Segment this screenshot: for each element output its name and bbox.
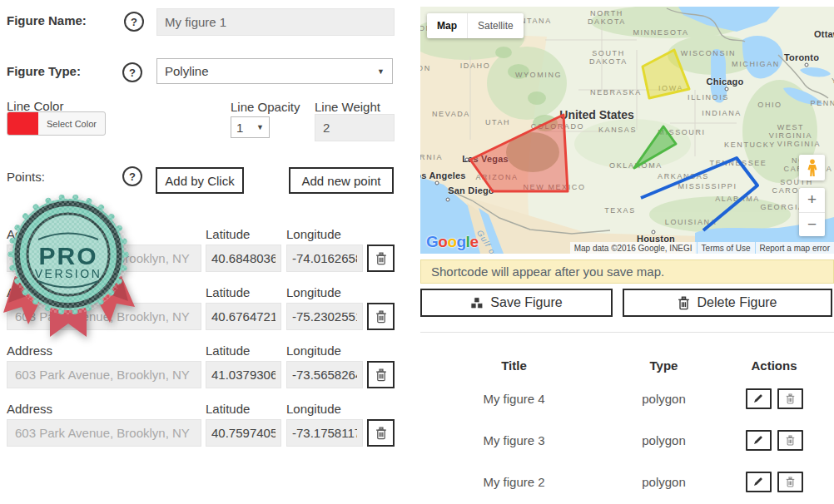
address-label: Address [7, 402, 52, 416]
zoom-control: + − [799, 188, 825, 236]
delete-figure-row-button[interactable] [777, 430, 803, 451]
trash-icon [786, 393, 795, 404]
terms-of-use-link[interactable]: Terms of Use [697, 242, 755, 254]
point-latitude-input[interactable] [206, 419, 281, 447]
google-map[interactable]: WASHINGTONOREGONMONTANANORTH DAKOTAMINNE… [420, 7, 834, 254]
point-longitude-input[interactable] [286, 303, 363, 330]
yellow-polygon[interactable] [643, 50, 689, 98]
delete-figure-button[interactable]: Delete Figure [623, 289, 832, 317]
chevron-down-icon: ▼ [256, 123, 264, 131]
pegman-control[interactable] [799, 155, 825, 180]
figure-type: polygon [642, 433, 686, 447]
edit-figure-button[interactable] [746, 472, 772, 492]
point-latitude-input[interactable] [206, 245, 281, 272]
pro-version-badge: PRO VERSION [2, 188, 143, 339]
header-actions: Actions [751, 358, 797, 373]
line-weight-label: Line Weight [315, 100, 380, 114]
trash-icon [786, 477, 795, 487]
shortcode-notice: Shortcode will appear after you save map… [420, 259, 834, 284]
edit-figure-button[interactable] [746, 430, 772, 451]
table-row: My figure 2 polygon [420, 461, 832, 502]
report-map-error-link[interactable]: Report a map error [756, 242, 834, 254]
longitude-label: Longitude [286, 343, 341, 358]
figure-type-help-icon[interactable]: ? [122, 62, 142, 82]
edit-figure-button[interactable] [746, 388, 772, 409]
save-cubes-icon [470, 297, 484, 309]
pencil-icon [753, 435, 763, 445]
map-attribution: Map data ©2016 Google, INEGI Terms of Us… [570, 242, 834, 254]
figures-table-header: Title Type Actions [420, 353, 832, 378]
blue-polyline[interactable] [641, 158, 757, 230]
badge-line2: VERSION [35, 267, 102, 280]
figure-title: My figure 2 [483, 475, 544, 489]
address-label: Address [7, 343, 52, 358]
point-latitude-input[interactable] [206, 361, 281, 388]
delete-point-button[interactable] [367, 419, 395, 447]
delete-figure-row-button[interactable] [777, 472, 803, 492]
add-new-point-button[interactable]: Add new point [289, 167, 394, 194]
zoom-out-button[interactable]: − [799, 213, 825, 237]
trash-icon [375, 368, 387, 382]
green-polygon[interactable] [634, 126, 676, 168]
save-figure-label: Save Figure [490, 295, 562, 310]
divider [420, 332, 834, 333]
header-title: Title [501, 358, 527, 373]
figure-name-help-icon[interactable]: ? [124, 12, 144, 32]
line-weight-input[interactable] [315, 114, 395, 141]
line-color-picker-button[interactable]: Select Color [7, 111, 106, 136]
figure-name-label: Figure Name: [7, 13, 87, 27]
point-latitude-input[interactable] [206, 303, 281, 330]
figure-name-input[interactable] [156, 8, 395, 36]
point-address-input[interactable] [7, 361, 201, 388]
delete-figure-label: Delete Figure [697, 295, 777, 310]
delete-point-button[interactable] [367, 245, 395, 272]
google-logo[interactable]: Google [426, 233, 478, 251]
line-opacity-value: 1 [236, 121, 243, 135]
color-swatch [7, 112, 38, 135]
figure-type: polygon [642, 475, 686, 489]
pencil-icon [753, 393, 763, 403]
pencil-icon [753, 477, 763, 487]
map-shapes-layer [420, 7, 834, 254]
table-row: My figure 4 polygon [420, 378, 832, 419]
chevron-down-icon: ▼ [377, 67, 385, 76]
figure-type-label: Figure Type: [7, 64, 81, 78]
point-longitude-input[interactable] [286, 419, 363, 447]
points-help-icon[interactable]: ? [122, 166, 142, 186]
map-type-control: Map Satellite [427, 13, 524, 38]
header-type: Type [650, 358, 678, 373]
trash-icon [375, 427, 387, 440]
latitude-label: Latitude [206, 343, 250, 358]
line-opacity-label: Line Opacity [231, 100, 300, 114]
badge-line1: PRO [38, 242, 97, 269]
point-longitude-input[interactable] [286, 245, 363, 272]
trash-icon [375, 252, 387, 265]
point-longitude-input[interactable] [286, 361, 363, 388]
red-polygon[interactable] [470, 115, 568, 191]
figure-title: My figure 3 [483, 433, 544, 447]
delete-point-button[interactable] [367, 361, 395, 388]
map-data-text: Map data ©2016 Google, INEGI [570, 242, 697, 254]
trash-icon [375, 310, 387, 324]
zoom-in-button[interactable]: + [799, 188, 825, 213]
map-type-satellite-button[interactable]: Satellite [467, 13, 524, 38]
figure-title: My figure 4 [483, 392, 544, 406]
figure-type-select[interactable]: Polyline ▼ [156, 58, 393, 84]
delete-point-button[interactable] [367, 303, 395, 330]
map-type-map-button[interactable]: Map [427, 13, 467, 38]
delete-figure-row-button[interactable] [777, 388, 803, 409]
line-opacity-select[interactable]: 1 ▼ [231, 116, 270, 138]
figures-table: Title Type Actions My figure 4 polygon M… [420, 353, 832, 502]
longitude-label: Longitude [286, 227, 341, 241]
trash-icon [678, 296, 690, 310]
longitude-label: Longitude [286, 402, 341, 416]
trash-icon [786, 435, 795, 446]
table-row: My figure 3 polygon [420, 419, 832, 461]
figure-editor-page: Figure Name: ? Figure Type: ? Polyline ▼… [0, 0, 834, 504]
save-figure-button[interactable]: Save Figure [420, 289, 613, 317]
figure-type: polygon [642, 392, 686, 406]
figure-type-value: Polyline [165, 64, 209, 78]
point-address-input[interactable] [7, 419, 201, 447]
add-by-click-button[interactable]: Add by Click [156, 167, 244, 194]
latitude-label: Latitude [206, 402, 250, 416]
